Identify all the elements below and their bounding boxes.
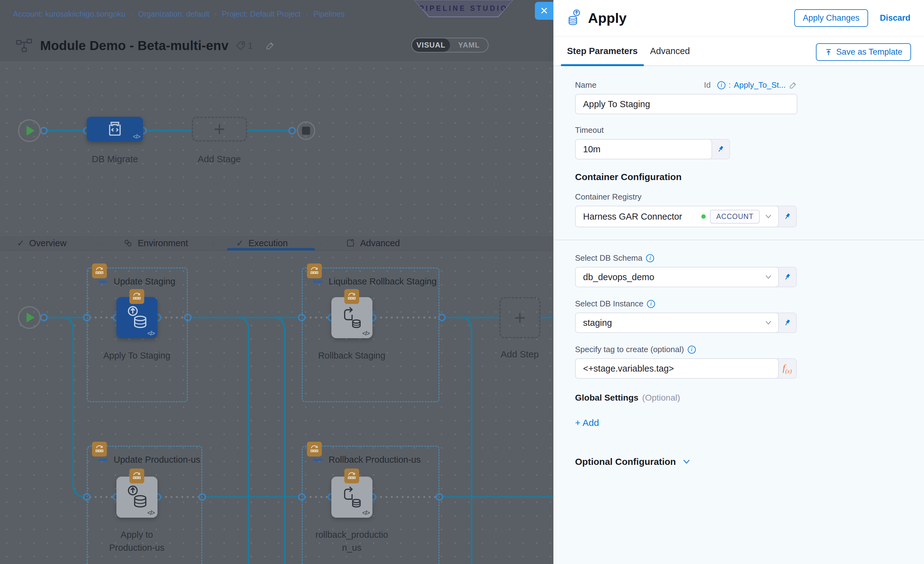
apply-step-icon	[566, 9, 582, 27]
edit-id-icon[interactable]	[789, 81, 797, 90]
tab-advanced-label: Advanced	[650, 46, 690, 56]
apply-changes-button[interactable]: Apply Changes	[794, 9, 868, 27]
tab-overview-label: Overview	[29, 238, 66, 248]
collapse-group-button[interactable]	[98, 280, 108, 283]
edit-pipeline-icon[interactable]	[265, 41, 275, 51]
pipeline-end-node	[297, 122, 315, 140]
code-icon: </>	[362, 509, 369, 516]
stage-tab-bar: ✓ Overview › Environment › ✓ Execution ›…	[0, 236, 554, 251]
collapse-group-button[interactable]	[313, 280, 322, 283]
step-group-icon	[92, 264, 107, 278]
step-label: Rollback Staging	[313, 349, 390, 362]
breadcrumb-project[interactable]: Project: Default Project	[222, 10, 301, 18]
chevron-down-icon	[682, 459, 691, 465]
step-group-label: Update Staging	[114, 276, 176, 286]
section-divider	[554, 240, 924, 240]
stop-icon	[302, 127, 310, 135]
breadcrumb-organization[interactable]: Organization: default	[138, 10, 209, 18]
step-group-icon	[307, 264, 322, 278]
collapse-group-button[interactable]	[98, 459, 108, 461]
execution-canvas[interactable]: Update Staging </> Apply To Staging	[0, 251, 554, 564]
tab-step-parameters-label: Step Parameters	[567, 46, 638, 56]
panel-header: Apply Apply Changes Discard	[554, 0, 924, 36]
tag-input[interactable]	[575, 358, 779, 379]
rollback-step-icon	[340, 484, 364, 510]
step-node-rollback-production-us[interactable]: </>	[332, 477, 372, 518]
id-colon: :	[729, 80, 730, 90]
tab-overview[interactable]: ✓ Overview	[17, 236, 66, 250]
db-schema-value: db_devops_demo	[583, 272, 654, 282]
container-configuration-heading: Container Configuration	[575, 172, 902, 182]
discard-button[interactable]: Discard	[880, 13, 910, 23]
breadcrumb-account[interactable]: Account: kurosakiichigo.songoku	[13, 10, 125, 18]
container-registry-select[interactable]: Harness GAR Connector ACCOUNT	[575, 206, 779, 227]
collapse-group-button[interactable]	[313, 459, 322, 461]
tag-count: 1	[248, 40, 253, 51]
optional-configuration-label: Optional Configuration	[575, 456, 676, 467]
info-icon[interactable]: i	[646, 254, 654, 262]
db-schema-select[interactable]: db_devops_demo	[575, 267, 779, 287]
tab-environment[interactable]: Environment	[123, 236, 188, 250]
info-icon[interactable]: i	[647, 300, 655, 308]
breadcrumb-pipelines[interactable]: Pipelines	[314, 10, 345, 18]
stage-label: DB Migrate	[75, 154, 155, 164]
close-panel-button[interactable]: ✕	[535, 2, 554, 20]
timeout-input[interactable]	[575, 139, 712, 159]
pin-icon	[782, 211, 794, 223]
step-id-value[interactable]: Apply_To_St...	[734, 80, 786, 90]
step-label: Apply To Staging	[98, 349, 176, 362]
tab-step-parameters[interactable]: Step Parameters	[561, 36, 644, 66]
stage-canvas[interactable]: </> DB Migrate + Add Stage	[0, 62, 554, 236]
optional-configuration-toggle[interactable]: Optional Configuration	[575, 456, 902, 467]
global-settings-optional: (Optional)	[642, 393, 680, 403]
db-instance-label: Select DB Instance i	[575, 299, 902, 309]
db-instance-value: staging	[583, 318, 612, 328]
connector-status-dot	[701, 214, 706, 219]
tab-advanced[interactable]: Advanced	[346, 236, 400, 250]
pin-icon	[715, 143, 727, 155]
yaml-toggle-button[interactable]: YAML	[450, 38, 488, 52]
plus-icon: +	[214, 119, 225, 139]
active-tab-indicator	[227, 248, 315, 250]
step-group-icon	[129, 468, 144, 483]
execution-start-node	[18, 306, 41, 329]
step-group-icon	[129, 289, 144, 304]
custom-stage-icon	[106, 120, 124, 138]
step-node-rollback-staging[interactable]: </>	[332, 297, 372, 338]
chevron-right-icon: ›	[318, 237, 321, 250]
global-settings-row: Global Settings (Optional)	[575, 393, 902, 403]
stage-node-db-migrate[interactable]: </>	[87, 117, 143, 141]
step-node-apply-to-staging[interactable]: </>	[116, 297, 158, 338]
info-icon[interactable]: i	[717, 81, 725, 89]
tab-advanced[interactable]: Advanced	[644, 36, 696, 66]
visual-toggle-button[interactable]: VISUAL	[412, 38, 450, 52]
check-icon: ✓	[17, 238, 24, 248]
step-config-panel: ✕ Apply Apply Changes Discard Step Param…	[554, 0, 924, 564]
step-id: Id i : Apply_To_St...	[704, 80, 797, 90]
panel-title: Apply	[588, 10, 627, 26]
db-instance-select[interactable]: staging	[575, 313, 779, 333]
pin-icon	[782, 317, 794, 329]
panel-body: Name Id i : Apply_To_St... Timeout Conta…	[554, 66, 924, 564]
chevron-right-icon: ›	[99, 237, 102, 250]
add-global-setting-button[interactable]: + Add	[575, 418, 599, 428]
tab-execution-label: Execution	[248, 238, 288, 248]
save-as-template-button[interactable]: Save as Template	[816, 43, 911, 61]
tag-label-text: Specify tag to create (optional)	[575, 345, 684, 354]
step-group-icon	[344, 289, 359, 304]
add-step-button[interactable]: +	[500, 297, 540, 338]
connector-scope-badge: ACCOUNT	[710, 210, 760, 224]
step-group-icon	[344, 468, 359, 483]
step-group-icon	[307, 442, 322, 456]
db-schema-label: Select DB Schema i	[575, 253, 902, 263]
add-stage-label: Add Stage	[179, 154, 260, 164]
name-input[interactable]	[575, 94, 797, 114]
step-node-apply-to-production-us[interactable]: </>	[116, 477, 158, 518]
info-icon[interactable]: i	[688, 346, 696, 354]
save-as-template-label: Save as Template	[836, 47, 902, 57]
check-icon: ✓	[236, 238, 243, 248]
tag-label: Specify tag to create (optional) i	[575, 345, 902, 354]
container-registry-value: Harness GAR Connector	[583, 212, 682, 222]
apply-changes-label: Apply Changes	[803, 13, 860, 23]
add-stage-button[interactable]: +	[192, 117, 247, 141]
